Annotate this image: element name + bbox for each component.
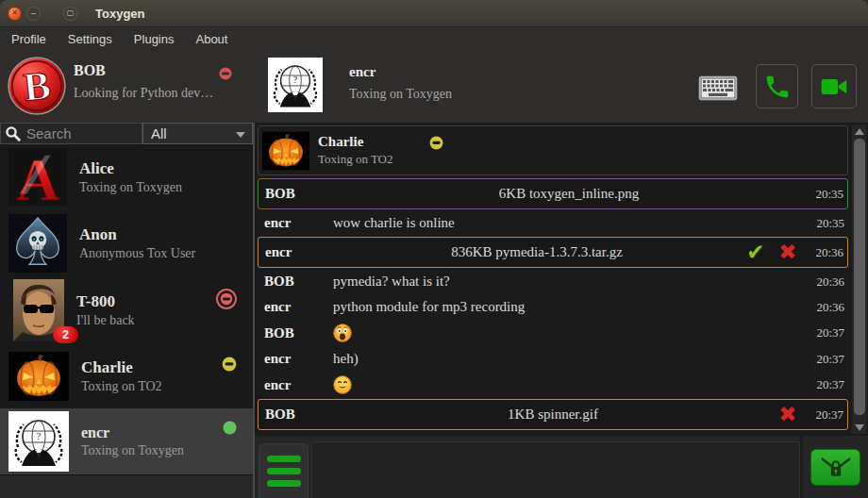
- menu-about[interactable]: About: [195, 32, 227, 46]
- screen-keyboard-button[interactable]: [698, 75, 738, 101]
- message-sender: BOB: [258, 325, 333, 341]
- search-row: All: [0, 123, 253, 144]
- contact-row-alice[interactable]: A Alice Toxing on Toxygen: [0, 144, 253, 210]
- send-message-button[interactable]: [810, 449, 860, 486]
- chat-contact-header[interactable]: Charlie Toxing on TO2: [258, 125, 848, 175]
- maximize-button[interactable]: ▢: [63, 7, 77, 21]
- self-status-busy-icon: [219, 67, 232, 80]
- away-status-icon: [429, 136, 443, 150]
- header-contact-name: Charlie: [318, 134, 429, 150]
- menu-settings[interactable]: Settings: [68, 32, 112, 46]
- svg-text:?: ?: [37, 430, 42, 441]
- message-time: 20:37: [805, 377, 848, 392]
- video-camera-icon: [819, 72, 849, 102]
- message-text: heh): [333, 351, 805, 367]
- self-status-message[interactable]: Looking for Python dev…: [74, 86, 213, 101]
- message-time: 20:37: [804, 407, 847, 423]
- message-sender: encr: [258, 377, 333, 393]
- cancel-file-button[interactable]: ✖: [772, 404, 804, 425]
- video-call-button[interactable]: [811, 64, 857, 108]
- alice-avatar-icon: A: [8, 148, 67, 207]
- accept-file-button[interactable]: ✔: [740, 241, 772, 263]
- contact-status: Toxing on Toxygen: [79, 180, 182, 195]
- bob-avatar-icon: B: [8, 57, 66, 115]
- contact-row-charlie[interactable]: Charlie Toxing on TO2: [0, 344, 253, 408]
- sidebar-filler: [0, 474, 253, 498]
- message-time: 20:35: [805, 216, 848, 231]
- avatar: [262, 127, 309, 174]
- skull-spade-avatar-icon: [8, 214, 67, 273]
- svg-text:?: ?: [293, 75, 298, 85]
- avatar: ?: [8, 411, 69, 472]
- menu-plugins[interactable]: Plugins: [134, 32, 175, 46]
- message-row: encr 20:37: [258, 373, 848, 397]
- contact-row-anon[interactable]: Anon Anonymous Tox User: [0, 210, 253, 276]
- scrollbar-thumb[interactable]: [854, 139, 865, 415]
- anonymous-avatar-icon: ?: [8, 411, 69, 472]
- smile-smiley-icon: [333, 375, 805, 394]
- composer-bar: [255, 436, 868, 498]
- titlebar[interactable]: ✕ – ▢ Toxygen: [0, 0, 868, 27]
- message-sender: encr: [259, 244, 334, 260]
- active-contact-avatar: ?: [268, 58, 323, 112]
- menubar: Profile Settings Plugins About: [0, 27, 868, 50]
- contact-row-encr[interactable]: ? encr Toxing on Toxygen: [0, 408, 253, 474]
- message-file-transfer: BOB 1KB spinner.gif ✖ 20:37: [258, 399, 848, 430]
- message-sender: encr: [258, 215, 333, 231]
- cancel-file-button[interactable]: ✖: [772, 241, 804, 263]
- pumpkin-avatar-icon: [262, 127, 309, 174]
- minimize-button[interactable]: –: [26, 7, 41, 21]
- top-panel: B BOB Looking for Python dev… ?: [0, 50, 868, 123]
- message-row: encr python module for mp3 recording 20:…: [258, 295, 848, 319]
- file-transfer-label: 836KB pymedia-1.3.7.3.tar.gz: [334, 244, 740, 260]
- hamburger-icon: [267, 456, 301, 462]
- contact-name: T-800: [76, 292, 135, 311]
- filter-value: All: [151, 125, 167, 141]
- scroll-up-arrow[interactable]: [852, 124, 867, 138]
- self-avatar[interactable]: B: [8, 57, 66, 115]
- chevron-down-icon: [236, 132, 245, 138]
- chat-panel: Charlie Toxing on TO2 BOB 6KB toxygen_in…: [253, 123, 868, 498]
- window-title: Toxygen: [95, 7, 145, 21]
- audio-call-button[interactable]: [756, 64, 798, 108]
- search-input[interactable]: [0, 123, 142, 144]
- message-input[interactable]: [311, 441, 800, 498]
- message-time: 20:36: [805, 300, 848, 315]
- message-time: 20:36: [805, 274, 848, 290]
- message-time: 20:36: [804, 245, 847, 260]
- message-row: encr heh) 20:37: [258, 347, 848, 371]
- encrypted-send-icon: [817, 453, 855, 481]
- svg-text:B: B: [21, 62, 52, 109]
- message-sender: encr: [258, 299, 333, 315]
- scroll-down-arrow[interactable]: [852, 421, 867, 434]
- attachments-menu-button[interactable]: [259, 443, 309, 498]
- contact-row-t800[interactable]: T-800 I'll be back 2: [0, 276, 253, 344]
- keyboard-icon: [698, 75, 738, 101]
- window-controls: ✕ – ▢: [8, 7, 82, 21]
- avatar: A: [8, 148, 67, 207]
- self-name[interactable]: BOB: [74, 62, 106, 79]
- avatar: [8, 352, 69, 401]
- message-row: BOB 20:37: [258, 321, 848, 345]
- close-button[interactable]: ✕: [8, 7, 22, 21]
- unread-count-badge: 2: [53, 326, 78, 343]
- app-window: ✕ – ▢ Toxygen Profile Settings Plugins A…: [0, 0, 868, 498]
- send-zone: [800, 436, 868, 498]
- message-file-transfer: BOB 6KB toxygen_inline.png 20:35: [258, 178, 848, 209]
- contact-status: Toxing on TO2: [81, 379, 162, 394]
- message-text: pymedia? what is it?: [333, 274, 805, 290]
- message-time: 20:37: [805, 325, 848, 340]
- scrollbar[interactable]: [852, 124, 867, 434]
- contact-name: Charlie: [81, 358, 162, 377]
- contact-filter-dropdown[interactable]: All: [142, 123, 253, 144]
- maximize-icon: ▢: [67, 9, 75, 17]
- menu-profile[interactable]: Profile: [11, 32, 46, 46]
- message-text: wow charlie is online: [333, 215, 805, 231]
- contact-name: Anon: [79, 225, 195, 244]
- main-area: All A Alice Toxing on Toxygen: [0, 123, 868, 498]
- contact-status: Anonymous Tox User: [79, 246, 195, 261]
- message-sender: BOB: [259, 186, 334, 202]
- active-contact-name: encr: [349, 64, 376, 80]
- contact-status: Toxing on Toxygen: [81, 443, 184, 458]
- sidebar: All A Alice Toxing on Toxygen: [0, 123, 253, 498]
